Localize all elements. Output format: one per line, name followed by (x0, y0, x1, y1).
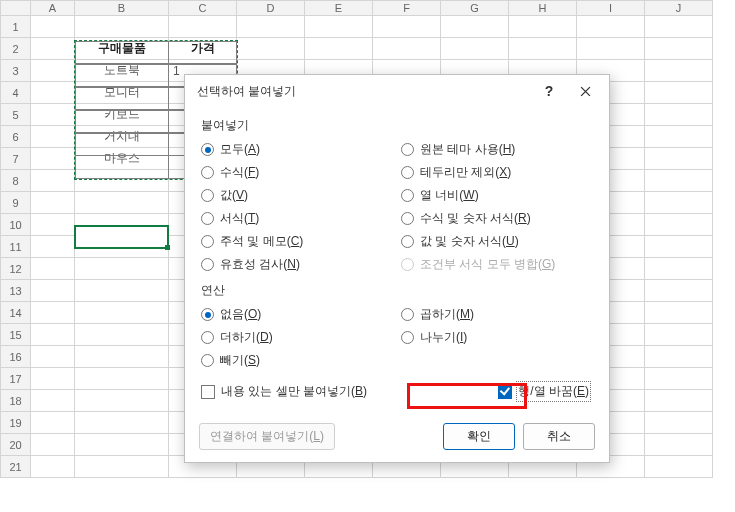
option-label: 유효성 검사(N) (220, 256, 300, 273)
option-label: 테두리만 제외(X) (420, 164, 511, 181)
row-header[interactable]: 15 (1, 324, 31, 346)
close-button[interactable] (567, 77, 603, 105)
cell-B3[interactable]: 노트북 (75, 60, 169, 82)
cell-B5[interactable]: 키보드 (75, 104, 169, 126)
option-label: 주석 및 메모(C) (220, 233, 303, 250)
col-header-B[interactable]: B (75, 1, 169, 16)
radio-icon (401, 212, 414, 225)
paste-option-3[interactable]: 서식(T) (201, 207, 393, 230)
transpose-checkbox[interactable]: 행/열 바꿈(E) (494, 382, 593, 401)
operation-option-0[interactable]: 곱하기(M) (401, 303, 593, 326)
row-header[interactable]: 11 (1, 236, 31, 258)
paste-option-1[interactable]: 테두리만 제외(X) (401, 161, 593, 184)
close-icon (580, 86, 591, 97)
row-header[interactable]: 12 (1, 258, 31, 280)
paste-option-2[interactable]: 열 너비(W) (401, 184, 593, 207)
col-header-A[interactable]: A (31, 1, 75, 16)
option-label: 곱하기(M) (420, 306, 474, 323)
radio-icon (201, 212, 214, 225)
row-header[interactable]: 4 (1, 82, 31, 104)
row-header[interactable]: 19 (1, 412, 31, 434)
dialog-title: 선택하여 붙여넣기 (197, 83, 531, 100)
radio-icon (401, 308, 414, 321)
checkbox-icon (498, 385, 512, 399)
col-header-E[interactable]: E (305, 1, 373, 16)
paste-option-3[interactable]: 수식 및 숫자 서식(R) (401, 207, 593, 230)
paste-option-1[interactable]: 수식(F) (201, 161, 393, 184)
radio-icon (401, 143, 414, 156)
row-header[interactable]: 1 (1, 16, 31, 38)
dialog-titlebar[interactable]: 선택하여 붙여넣기 ? (185, 75, 609, 107)
radio-icon (201, 258, 214, 271)
row-header[interactable]: 17 (1, 368, 31, 390)
cell-B7[interactable]: 마우스 (75, 148, 169, 170)
cell-B6[interactable]: 거치대 (75, 126, 169, 148)
paste-option-2[interactable]: 값(V) (201, 184, 393, 207)
option-label: 값 및 숫자 서식(U) (420, 233, 519, 250)
col-header-D[interactable]: D (237, 1, 305, 16)
col-header-J[interactable]: J (645, 1, 713, 16)
option-label: 없음(O) (220, 306, 261, 323)
radio-icon (201, 308, 214, 321)
ok-button[interactable]: 확인 (443, 423, 515, 450)
transpose-label: 행/열 바꿈(E) (518, 383, 589, 400)
cell-B2[interactable]: 구매물품 (75, 38, 169, 60)
option-label: 서식(T) (220, 210, 259, 227)
radio-icon (201, 354, 214, 367)
paste-option-5: 조건부 서식 모두 병합(G) (401, 253, 593, 276)
radio-icon (401, 166, 414, 179)
option-label: 값(V) (220, 187, 248, 204)
group-operation-label: 연산 (201, 282, 593, 299)
paste-option-4[interactable]: 주석 및 메모(C) (201, 230, 393, 253)
option-label: 열 너비(W) (420, 187, 479, 204)
option-label: 더하기(D) (220, 329, 273, 346)
row-header[interactable]: 20 (1, 434, 31, 456)
radio-icon (401, 189, 414, 202)
group-paste-label: 붙여넣기 (201, 117, 593, 134)
paste-option-4[interactable]: 값 및 숫자 서식(U) (401, 230, 593, 253)
paste-option-0[interactable]: 원본 테마 사용(H) (401, 138, 593, 161)
col-header-I[interactable]: I (577, 1, 645, 16)
col-header-F[interactable]: F (373, 1, 441, 16)
radio-icon (201, 189, 214, 202)
radio-icon (401, 258, 414, 271)
radio-icon (201, 235, 214, 248)
row-header[interactable]: 2 (1, 38, 31, 60)
row-header[interactable]: 16 (1, 346, 31, 368)
checkbox-icon (201, 385, 215, 399)
skip-blanks-checkbox[interactable]: 내용 있는 셀만 붙여넣기(B) (201, 380, 367, 403)
radio-icon (201, 143, 214, 156)
paste-link-button: 연결하여 붙여넣기(L) (199, 423, 335, 450)
col-header-G[interactable]: G (441, 1, 509, 16)
paste-option-5[interactable]: 유효성 검사(N) (201, 253, 393, 276)
operation-option-1[interactable]: 나누기(I) (401, 326, 593, 349)
select-all-corner[interactable] (1, 1, 31, 16)
cancel-button[interactable]: 취소 (523, 423, 595, 450)
option-label: 모두(A) (220, 141, 260, 158)
help-button[interactable]: ? (531, 77, 567, 105)
option-label: 나누기(I) (420, 329, 467, 346)
row-header[interactable]: 21 (1, 456, 31, 478)
cell-B4[interactable]: 모니터 (75, 82, 169, 104)
paste-option-0[interactable]: 모두(A) (201, 138, 393, 161)
row-header[interactable]: 5 (1, 104, 31, 126)
skip-blanks-label: 내용 있는 셀만 붙여넣기(B) (221, 383, 367, 400)
row-header[interactable]: 3 (1, 60, 31, 82)
row-header[interactable]: 13 (1, 280, 31, 302)
cell-C2[interactable]: 가격 (169, 38, 237, 60)
operation-option-1[interactable]: 더하기(D) (201, 326, 393, 349)
row-header[interactable]: 18 (1, 390, 31, 412)
operation-option-2[interactable]: 빼기(S) (201, 349, 393, 372)
row-header[interactable]: 6 (1, 126, 31, 148)
col-header-C[interactable]: C (169, 1, 237, 16)
row-header[interactable]: 9 (1, 192, 31, 214)
paste-special-dialog: 선택하여 붙여넣기 ? 붙여넣기 모두(A)수식(F)값(V)서식(T)주석 및… (184, 74, 610, 463)
col-header-H[interactable]: H (509, 1, 577, 16)
row-header[interactable]: 7 (1, 148, 31, 170)
row-header[interactable]: 14 (1, 302, 31, 324)
radio-icon (401, 331, 414, 344)
row-header[interactable]: 10 (1, 214, 31, 236)
option-label: 조건부 서식 모두 병합(G) (420, 256, 555, 273)
row-header[interactable]: 8 (1, 170, 31, 192)
operation-option-0[interactable]: 없음(O) (201, 303, 393, 326)
